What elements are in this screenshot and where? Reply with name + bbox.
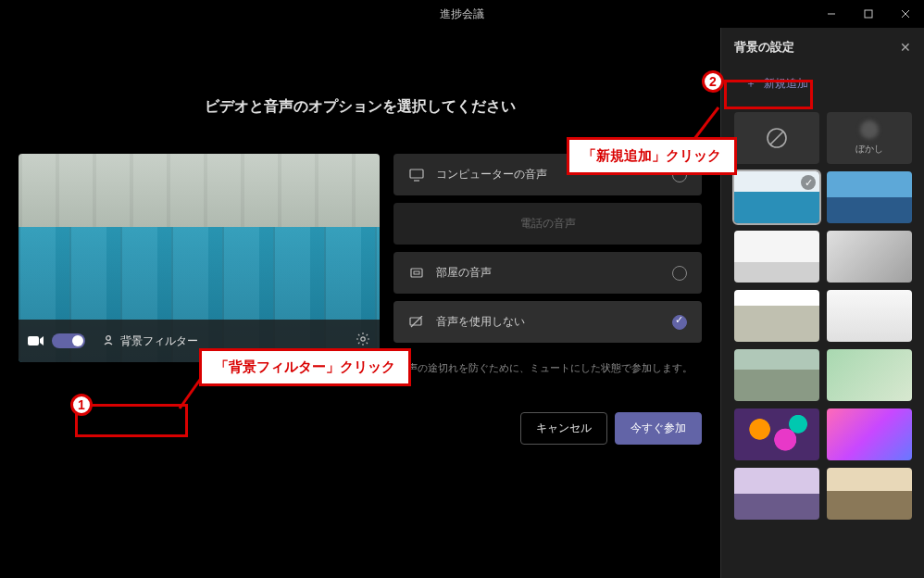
main-content: ビデオと音声のオプションを選択してください [0, 28, 924, 578]
bg-tile-desert[interactable] [827, 468, 912, 520]
right-pane-header: 背景の設定 ✕ [721, 28, 924, 67]
window-controls [813, 0, 924, 28]
settings-icon[interactable] [356, 332, 370, 350]
svg-point-5 [106, 335, 111, 340]
svg-line-16 [694, 107, 718, 139]
radio-icon [672, 266, 687, 281]
svg-point-6 [361, 337, 365, 341]
annotation-badge-2: 2 [702, 70, 724, 93]
bg-tile-green-office[interactable] [734, 349, 819, 401]
bg-tile-gradient[interactable] [827, 408, 912, 460]
bg-tile-grey-room[interactable] [827, 231, 912, 283]
mute-hint: 音声の途切れを防ぐために、ミュートにした状態で参加します。 [393, 350, 702, 386]
video-preview: 背景フィルター [19, 154, 380, 362]
computer-audio-icon [408, 169, 425, 182]
bg-tile-balloons[interactable] [734, 408, 819, 460]
svg-line-14 [770, 132, 783, 144]
svg-rect-9 [411, 269, 422, 277]
minimize-button[interactable] [813, 0, 850, 28]
page-heading: ビデオと音声のオプションを選択してください [19, 97, 702, 117]
plus-icon: ＋ [745, 76, 756, 92]
audio-option-label: 電話の音声 [520, 216, 576, 232]
background-filter-icon [102, 333, 115, 349]
annotation-callout-2: 「新規追加」クリック [567, 137, 737, 175]
meeting-options: 背景フィルター コンピューターの音声 [19, 154, 702, 445]
background-filter-button[interactable]: 背景フィルター [93, 328, 207, 355]
right-pane-title: 背景の設定 [734, 39, 794, 56]
close-pane-icon[interactable]: ✕ [900, 40, 911, 55]
bg-tile-plants[interactable] [827, 349, 912, 401]
annotation-callout-1: 「背景フィルター」クリック [199, 348, 411, 386]
room-audio-icon [408, 267, 425, 280]
left-pane: ビデオと音声のオプションを選択してください [0, 28, 720, 578]
add-new-label: 新規追加 [764, 76, 808, 92]
background-grid: ぼかし [721, 112, 924, 533]
background-settings-pane: 背景の設定 ✕ ＋ 新規追加 ぼかし [720, 28, 924, 578]
svg-rect-4 [28, 336, 39, 346]
bg-tile-blur[interactable]: ぼかし [827, 112, 912, 164]
bg-tile-bridge[interactable] [734, 468, 819, 520]
audio-option-label: 音声を使用しない [436, 314, 525, 330]
bg-tile-none[interactable] [734, 112, 819, 164]
annotation-badge-1: 1 [70, 394, 93, 416]
footer-buttons: キャンセル 今すぐ参加 [393, 412, 702, 445]
title-bar: 進捗会議 [0, 0, 924, 28]
preview-column: 背景フィルター [19, 154, 380, 362]
add-new-button[interactable]: ＋ 新規追加 [734, 67, 911, 101]
audio-option-label: コンピューターの音声 [436, 167, 547, 182]
svg-rect-1 [865, 10, 872, 18]
no-audio-icon [408, 316, 425, 329]
bg-tile-bright-room[interactable] [734, 231, 819, 283]
maximize-button[interactable] [850, 0, 887, 28]
radio-icon [672, 315, 687, 330]
audio-option-label: 部屋の音声 [436, 265, 492, 281]
bg-tile-studio[interactable] [734, 290, 819, 342]
cancel-button[interactable]: キャンセル [520, 412, 607, 445]
svg-rect-7 [410, 170, 423, 178]
join-now-button[interactable]: 今すぐ参加 [615, 412, 702, 445]
window-title: 進捗会議 [440, 6, 484, 22]
audio-option-phone: 電話の音声 [393, 203, 702, 245]
bg-tile-cityscape[interactable] [827, 171, 912, 223]
camera-icon [28, 332, 44, 351]
audio-option-none[interactable]: 音声を使用しない [393, 301, 702, 343]
bg-tile-office-lockers[interactable] [734, 171, 819, 223]
close-button[interactable] [887, 0, 924, 28]
camera-toggle[interactable] [52, 333, 85, 348]
audio-option-room[interactable]: 部屋の音声 [393, 252, 702, 294]
background-filter-label: 背景フィルター [120, 333, 198, 349]
blur-label: ぼかし [855, 143, 883, 156]
svg-rect-10 [414, 271, 419, 274]
bg-tile-white-room[interactable] [827, 290, 912, 342]
audio-options: コンピューターの音声 電話の音声 部屋の音声 音 [393, 154, 702, 445]
